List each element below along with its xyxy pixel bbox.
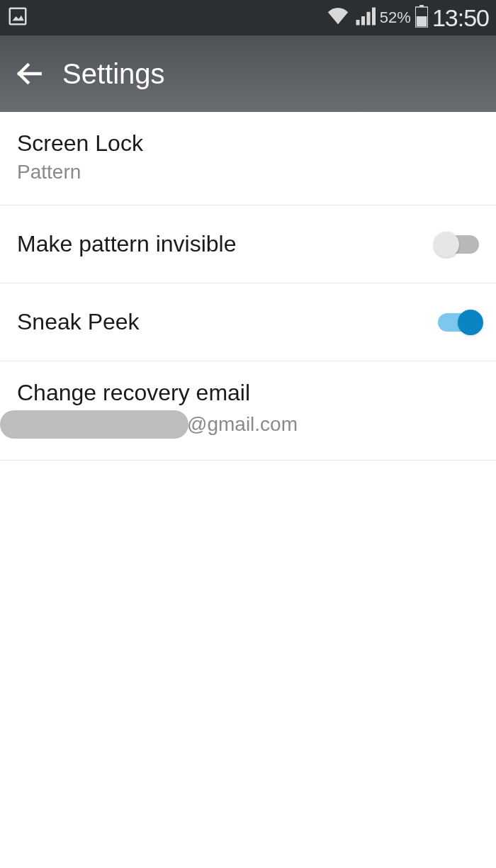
svg-rect-4 — [372, 8, 376, 26]
svg-rect-0 — [10, 9, 26, 25]
svg-rect-3 — [366, 12, 370, 26]
status-bar: 52% 13:50 — [0, 0, 496, 35]
setting-pattern-invisible[interactable]: Make pattern invisible — [0, 205, 496, 283]
setting-screen-lock[interactable]: Screen Lock Pattern — [0, 112, 496, 205]
status-bar-left — [7, 6, 28, 30]
page-title: Settings — [62, 58, 165, 90]
setting-value: Pattern — [17, 161, 143, 184]
image-icon — [7, 6, 28, 30]
toggle-thumb — [434, 232, 459, 257]
toggle-pattern-invisible[interactable] — [438, 235, 479, 254]
email-domain: @gmail.com — [187, 413, 298, 436]
battery-icon — [415, 5, 428, 30]
svg-rect-2 — [361, 16, 365, 26]
setting-sneak-peek[interactable]: Sneak Peek — [0, 283, 496, 361]
toggle-thumb — [458, 310, 483, 335]
status-time: 13:50 — [432, 4, 489, 32]
setting-recovery-email[interactable]: Change recovery email @gmail.com — [0, 361, 496, 461]
redacted-email-prefix — [0, 410, 188, 439]
status-bar-right: 52% 13:50 — [326, 4, 489, 32]
battery-percent: 52% — [380, 9, 411, 27]
signal-icon — [354, 6, 376, 30]
setting-title: Sneak Peek — [17, 309, 140, 335]
settings-list: Screen Lock Pattern Make pattern invisib… — [0, 112, 496, 461]
setting-title: Make pattern invisible — [17, 231, 236, 257]
setting-title: Change recovery email — [17, 380, 298, 406]
wifi-icon — [326, 6, 350, 30]
setting-title: Screen Lock — [17, 130, 143, 157]
svg-rect-1 — [356, 20, 359, 26]
svg-rect-7 — [417, 16, 427, 27]
toggle-sneak-peek[interactable] — [438, 313, 479, 332]
app-header: Settings — [0, 35, 496, 112]
back-button[interactable] — [14, 59, 44, 89]
